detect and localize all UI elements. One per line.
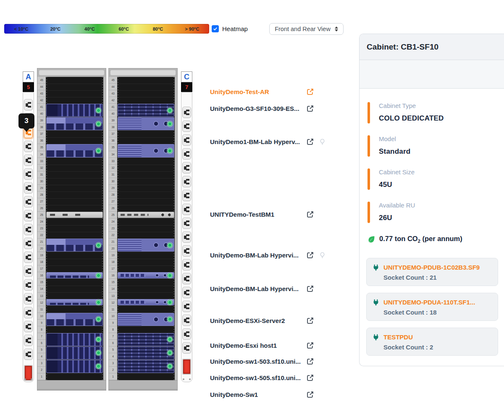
pdu-card[interactable]: TESTPDUSocket Count : 2 [366,328,498,356]
pdu-card[interactable]: UNITYDEMO-PDUB-1C02B3.SF9Socket Count : … [366,258,498,286]
server-rear-u10[interactable] [118,313,174,326]
power-socket-icon[interactable] [24,155,33,166]
device-name-link[interactable]: UnityDemo-Test-AR [210,88,307,95]
power-socket-icon[interactable] [24,321,33,332]
power-socket-icon[interactable] [182,301,191,312]
power-socket-icon[interactable] [24,141,33,152]
power-socket-icon[interactable] [24,279,33,291]
device-external-link[interactable] [307,285,314,292]
power-socket-icon[interactable] [182,121,191,132]
power-socket-icon[interactable] [182,134,191,146]
rack-unit-number: 40 [109,110,117,117]
power-socket-icon[interactable] [24,307,33,318]
device-name-link[interactable]: UnityDemo-Esxi host1 [210,342,307,349]
device-external-link[interactable] [307,138,314,145]
bulb-icon [319,252,326,258]
device-name-link[interactable]: UNITYDemo-TestBM1 [210,211,307,218]
device-bulb-indicator[interactable] [319,252,326,258]
server-front-u16[interactable] [46,272,103,278]
server-rear-u35[interactable] [118,144,174,157]
pdu-card[interactable]: UNITYDEMO-PDUA-110T.SF1...Socket Count :… [366,293,498,321]
server-rear-u7[interactable] [118,333,174,346]
power-socket-icon[interactable] [182,176,191,187]
power-socket-icon[interactable] [24,293,33,304]
device-external-link[interactable] [307,342,314,349]
server-rear-u21[interactable] [118,239,174,252]
device-external-link[interactable] [307,374,314,381]
power-socket-icon[interactable] [24,182,33,194]
server-front-u7[interactable] [46,333,103,346]
view-mode-select[interactable]: Front and Rear View [269,23,344,35]
device-name-link[interactable]: UnityDemo-BM-Lab Hypervi... [210,252,307,259]
external-link-icon [307,342,314,349]
device-external-link[interactable] [307,105,314,112]
device-name-link[interactable]: UnityDemo-BM-Lab Hypervi... [210,285,307,292]
device-external-link[interactable] [307,317,314,324]
rack-unit-number: 5 [37,346,46,353]
device-name-link[interactable]: UnityDemo-sw1-503.sf10.uni... [210,358,307,365]
server-front-u21[interactable] [46,239,103,252]
power-socket-icon[interactable] [24,99,33,110]
server-rear-u25[interactable] [118,212,174,218]
power-socket-icon[interactable] [24,238,33,249]
power-socket-icon[interactable] [24,210,33,221]
power-socket-icon[interactable] [182,315,191,326]
power-socket-icon[interactable] [182,259,191,270]
device-external-link[interactable] [307,391,314,398]
breaker-switch[interactable] [182,359,191,375]
device-name-link[interactable]: UnityDemo-sw1-505.sf10.uni... [210,374,307,381]
rack-unit-number: 6 [109,340,117,346]
pdu-name-link[interactable]: UNITYDEMO-PDUA-110T.SF1... [383,299,475,306]
power-socket-icon[interactable] [182,273,191,284]
device-bulb-indicator[interactable] [319,139,326,145]
device-name-link[interactable]: UnityDemo-G3-SF10-309-ES... [210,105,307,112]
server-front-u25[interactable] [46,212,103,218]
device-external-link[interactable] [307,211,314,218]
server-rear-u39[interactable] [118,117,174,130]
power-socket-icon[interactable] [182,204,191,215]
server-rear-u3[interactable] [118,360,174,373]
power-socket-icon[interactable] [182,148,191,160]
server-front-u3[interactable] [46,360,103,373]
power-socket-icon[interactable] [182,342,191,354]
power-socket-icon[interactable] [24,168,33,180]
power-socket-icon[interactable] [24,335,33,346]
server-front-u12[interactable] [46,299,103,305]
server-front-u39[interactable] [46,117,103,130]
power-socket-icon[interactable] [182,162,191,173]
pdu-strip-c-label: C [181,71,192,82]
power-socket-icon[interactable] [182,328,191,340]
server-front-u5[interactable] [46,346,103,360]
device-name-link[interactable]: UnityDemo-ESXi-Server2 [210,317,307,324]
power-socket-icon[interactable] [182,218,191,229]
server-rear-u12[interactable] [118,299,174,305]
server-rear-u5[interactable] [118,346,174,360]
power-socket-icon[interactable] [24,196,33,207]
pdu-name-link[interactable]: TESTPDU [383,333,413,341]
device-external-link[interactable] [307,252,314,259]
server-front-u35[interactable] [46,144,103,157]
rack-unit-number: 45 [109,77,117,84]
device-name-link[interactable]: UnityDemo-Sw1 [210,391,307,398]
power-socket-icon[interactable] [24,224,33,235]
co2-text: 0.77 ton CO2 (per annum) [379,235,462,244]
power-socket-icon[interactable] [24,265,33,277]
device-name-link[interactable]: UnityDemo1-BM-Lab Hyperv... [210,138,307,145]
server-front-u10[interactable] [46,313,103,326]
server-rear-u16[interactable] [118,272,174,278]
heatmap-checkbox[interactable] [212,25,219,32]
server-rear-u41[interactable] [118,104,174,117]
rack-unit-number: 43 [37,90,46,97]
heatmap-toggle[interactable]: Heatmap [212,25,248,32]
power-socket-icon[interactable] [182,107,191,118]
power-socket-icon[interactable] [182,190,191,201]
pdu-name-link[interactable]: UNITYDEMO-PDUB-1C02B3.SF9 [383,264,480,271]
power-socket-icon[interactable] [24,349,33,360]
device-external-link[interactable] [307,88,314,95]
device-external-link[interactable] [307,358,314,365]
server-front-u41[interactable] [46,104,103,117]
power-socket-icon[interactable] [182,231,191,243]
power-socket-icon[interactable] [182,245,191,257]
power-socket-icon[interactable] [182,287,191,298]
power-socket-icon[interactable] [24,252,33,263]
